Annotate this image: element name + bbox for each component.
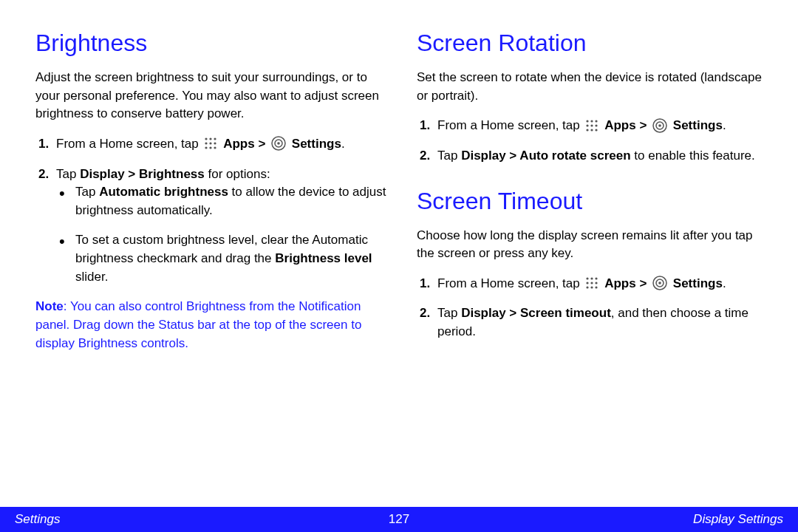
period: . <box>341 137 345 151</box>
apps-icon <box>585 276 598 290</box>
footer-right: Display Settings <box>693 512 783 527</box>
step-bold: Display > Brightness <box>80 167 205 181</box>
svg-point-31 <box>591 287 593 289</box>
svg-point-25 <box>591 278 593 280</box>
svg-point-29 <box>596 282 598 284</box>
step-text: Tap <box>56 167 80 181</box>
svg-point-14 <box>596 120 598 122</box>
settings-label: Settings <box>673 118 723 132</box>
step-text: From a Home screen, tap <box>56 137 202 151</box>
brightness-step-1: From a Home screen, tap Apps > Settings. <box>35 135 387 154</box>
step-text: to enable this feature. <box>631 149 755 163</box>
svg-point-28 <box>591 282 593 284</box>
right-column: Screen Rotation Set the screen to rotate… <box>417 30 768 495</box>
step-text: Tap <box>437 306 461 320</box>
brightness-bullet-1: Tap Automatic brightness to allow the de… <box>56 183 387 219</box>
svg-point-24 <box>587 278 589 280</box>
svg-point-1 <box>210 138 212 140</box>
bullet-bold: Brightness level <box>275 251 372 265</box>
timeout-intro: Choose how long the display screen remai… <box>417 227 768 263</box>
page-footer: Settings 127 Display Settings <box>0 507 798 532</box>
rotation-steps: From a Home screen, tap Apps > Settings.… <box>417 117 768 165</box>
svg-point-0 <box>205 138 208 140</box>
step-text: From a Home screen, tap <box>437 276 583 290</box>
svg-point-6 <box>205 147 208 149</box>
rotation-heading: Screen Rotation <box>417 30 768 57</box>
svg-point-16 <box>591 124 593 126</box>
bullet-bold: Automatic brightness <box>99 185 228 199</box>
step-text: for options: <box>205 167 270 181</box>
svg-point-12 <box>587 120 589 122</box>
gt-separator: > <box>636 276 650 290</box>
brightness-step-2: Tap Display > Brightness for options: Ta… <box>35 166 387 287</box>
bullet-text: slider. <box>75 270 108 284</box>
svg-point-32 <box>596 287 598 289</box>
settings-icon <box>652 276 667 290</box>
svg-point-27 <box>587 282 589 284</box>
rotation-step-2: Tap Display > Auto rotate screen to enab… <box>417 147 768 166</box>
apps-label: Apps <box>604 118 636 132</box>
svg-point-30 <box>587 287 589 289</box>
period: . <box>723 118 726 132</box>
timeout-section: Screen Timeout Choose how long the displ… <box>417 188 768 341</box>
step-bold: Display > Screen timeout <box>461 306 611 320</box>
svg-point-2 <box>214 138 216 140</box>
brightness-section: Brightness Adjust the screen brightness … <box>35 30 387 352</box>
svg-point-17 <box>596 124 598 126</box>
svg-point-8 <box>214 147 216 149</box>
gt-separator: > <box>636 118 650 132</box>
bullet-text: Tap <box>75 185 99 199</box>
brightness-note: Note: You can also control Brightness fr… <box>35 298 387 352</box>
brightness-bullet-2: To set a custom brightness level, clear … <box>56 231 387 286</box>
left-column: Brightness Adjust the screen brightness … <box>35 30 387 495</box>
timeout-step-1: From a Home screen, tap Apps > Settings. <box>417 275 768 293</box>
brightness-heading: Brightness <box>35 30 387 57</box>
svg-point-20 <box>596 129 598 131</box>
note-label: Note <box>35 299 64 313</box>
footer-page-number: 127 <box>389 512 409 527</box>
timeout-step-2: Tap Display > Screen timeout, and then c… <box>417 304 768 341</box>
step-bold: Display > Auto rotate screen <box>461 149 630 163</box>
footer-left: Settings <box>15 512 60 527</box>
apps-icon <box>204 137 217 150</box>
timeout-heading: Screen Timeout <box>417 188 768 215</box>
settings-icon <box>652 118 667 133</box>
svg-point-5 <box>214 143 216 145</box>
svg-point-4 <box>210 143 212 145</box>
rotation-section: Screen Rotation Set the screen to rotate… <box>417 30 768 166</box>
svg-point-26 <box>596 278 598 280</box>
brightness-intro: Adjust the screen brightness to suit you… <box>35 69 387 123</box>
svg-point-13 <box>591 120 593 122</box>
settings-label: Settings <box>292 137 341 151</box>
svg-point-15 <box>587 124 589 126</box>
apps-icon <box>585 119 598 132</box>
settings-icon <box>271 136 286 151</box>
brightness-steps: From a Home screen, tap Apps > Settings.… <box>35 135 387 286</box>
svg-point-11 <box>277 143 280 146</box>
apps-label: Apps <box>223 137 255 151</box>
svg-point-18 <box>587 129 589 131</box>
svg-point-7 <box>210 147 212 149</box>
settings-label: Settings <box>673 276 723 290</box>
step-text: Tap <box>437 149 461 163</box>
rotation-step-1: From a Home screen, tap Apps > Settings. <box>417 117 768 135</box>
timeout-steps: From a Home screen, tap Apps > Settings.… <box>417 275 768 341</box>
svg-point-35 <box>658 282 661 285</box>
brightness-bullets: Tap Automatic brightness to allow the de… <box>56 183 387 286</box>
gt-separator: > <box>255 137 269 151</box>
svg-point-23 <box>658 124 661 127</box>
note-text: : You can also control Brightness from t… <box>35 299 361 349</box>
svg-point-19 <box>591 129 593 131</box>
period: . <box>723 276 726 290</box>
rotation-intro: Set the screen to rotate when the device… <box>417 69 768 105</box>
step-text: From a Home screen, tap <box>437 118 583 132</box>
apps-label: Apps <box>604 276 636 290</box>
svg-point-3 <box>205 143 208 145</box>
